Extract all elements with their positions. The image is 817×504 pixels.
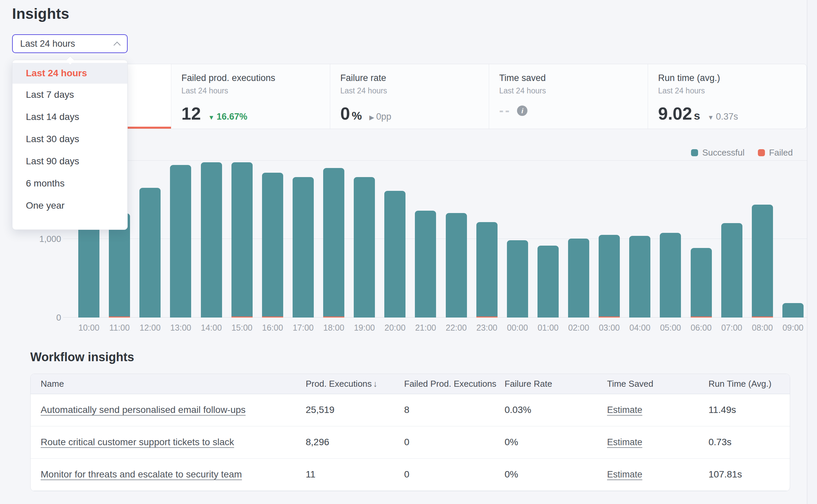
stat-value: 12 — [181, 103, 201, 124]
chart-bar-slot — [717, 160, 747, 318]
stat-cards-row: Failed prod. executions Last 24 hours 12… — [12, 64, 807, 129]
workflow-link[interactable]: Monitor for threats and escalate to secu… — [41, 469, 242, 479]
chart-bar-slot — [318, 160, 349, 318]
chart-bar-slot — [594, 160, 625, 318]
chart-bar — [384, 191, 405, 318]
chart-legend: Successful Failed — [12, 146, 807, 159]
chart-bar-slot — [533, 160, 563, 318]
scrollbar-track[interactable] — [807, 0, 817, 504]
chart-bar — [507, 240, 528, 318]
time-range-selected-value: Last 24 hours — [20, 39, 75, 49]
stat-sublabel: Last 24 hours — [181, 86, 320, 95]
estimate-link[interactable]: Estimate — [607, 469, 642, 479]
x-axis-label: 13:00 — [165, 323, 196, 333]
stat-sublabel: Last 24 hours — [340, 86, 479, 95]
x-axis-label: 18:00 — [318, 323, 349, 333]
chart-plot-area: 1,000 0 — [69, 160, 808, 318]
workflow-link[interactable]: Automatically send personalised email fo… — [41, 405, 246, 415]
legend-item-successful[interactable]: Successful — [691, 148, 744, 158]
chart-bar — [201, 162, 222, 318]
estimate-link[interactable]: Estimate — [607, 405, 642, 415]
chart-bar — [629, 236, 650, 318]
dropdown-option-last-14-days[interactable]: Last 14 days — [12, 106, 127, 128]
chart-bar-slot — [472, 160, 502, 318]
x-axis-label: 08:00 — [747, 323, 778, 333]
chart-bar — [752, 205, 773, 318]
stat-label: Failed prod. executions — [181, 73, 320, 83]
triangle-right-icon: ▶ — [369, 114, 374, 121]
cell-failed-executions: 8 — [404, 394, 505, 426]
stat-value-empty: -- — [499, 103, 511, 118]
stat-value-unit: % — [352, 109, 362, 122]
dropdown-option-one-year[interactable]: One year — [12, 195, 127, 217]
x-axis-label: 01:00 — [533, 323, 563, 333]
info-icon[interactable]: i — [517, 106, 527, 116]
dropdown-option-last-90-days[interactable]: Last 90 days — [12, 150, 127, 172]
stat-card-failed-executions[interactable]: Failed prod. executions Last 24 hours 12… — [171, 64, 330, 129]
stat-card-run-time[interactable]: Run time (avg.) Last 24 hours 9.02 s ▼ 0… — [648, 64, 807, 129]
column-header-failed-executions[interactable]: Failed Prod. Executions — [404, 374, 505, 394]
column-header-prod-executions[interactable]: Prod. Executions↓ — [306, 374, 404, 394]
chart-bar-slot — [380, 160, 410, 318]
stat-card-failure-rate[interactable]: Failure rate Last 24 hours 0 % ▶ 0pp — [330, 64, 489, 129]
cell-prod-executions: 11 — [306, 458, 404, 491]
chevron-up-icon — [114, 41, 121, 48]
legend-label: Successful — [702, 148, 744, 158]
chart-bar — [446, 213, 467, 318]
x-axis-label: 16:00 — [257, 323, 288, 333]
dropdown-option-6-months[interactable]: 6 months — [12, 172, 127, 195]
chart-bar-slot — [686, 160, 717, 318]
stat-delta-text: 0pp — [376, 112, 391, 122]
x-axis-label: 04:00 — [625, 323, 655, 333]
cell-failed-executions: 0 — [404, 458, 505, 491]
stat-sublabel: Last 24 hours — [658, 86, 797, 95]
dropdown-option-last-24-hours[interactable]: Last 24 hours — [12, 63, 127, 84]
time-range-select[interactable]: Last 24 hours — [12, 34, 128, 53]
chart-bars — [74, 160, 808, 318]
table-row: Route critical customer support tickets … — [31, 426, 790, 458]
chart-bar — [78, 214, 99, 318]
dropdown-option-last-30-days[interactable]: Last 30 days — [12, 128, 127, 150]
column-header-time-saved[interactable]: Time Saved — [607, 374, 708, 394]
chart-bar — [323, 168, 344, 318]
workflow-insights-section: Workflow insights Name Prod. Executions↓… — [12, 350, 807, 491]
dropdown-option-last-7-days[interactable]: Last 7 days — [12, 84, 127, 106]
chart-bar-slot — [502, 160, 533, 318]
chart-bar — [568, 239, 589, 318]
stat-card-time-saved[interactable]: Time saved Last 24 hours -- i — [489, 64, 648, 129]
x-axis-label: 05:00 — [655, 323, 686, 333]
legend-item-failed[interactable]: Failed — [758, 148, 793, 158]
chart-bar — [721, 223, 742, 318]
chart-bar-slot — [747, 160, 778, 318]
chart-bar-slot — [257, 160, 288, 318]
y-axis-label: 0 — [56, 312, 61, 323]
stat-sublabel: Last 24 hours — [499, 86, 638, 95]
cell-prod-executions: 8,296 — [306, 426, 404, 458]
column-header-failure-rate[interactable]: Failure Rate — [505, 374, 607, 394]
stat-label: Failure rate — [340, 73, 479, 83]
x-axis-label: 03:00 — [594, 323, 625, 333]
successful-color-chip — [691, 149, 698, 156]
stat-delta: ▼ 0.37s — [707, 112, 738, 122]
chart-bar — [538, 246, 559, 318]
x-axis-label: 17:00 — [288, 323, 318, 333]
chart-bar — [354, 177, 375, 318]
chart-bar-slot — [778, 160, 808, 318]
stat-delta-text: 0.37s — [716, 112, 738, 122]
triangle-down-icon: ▼ — [707, 114, 714, 121]
x-axis-label: 19:00 — [349, 323, 380, 333]
chart-bar — [599, 235, 620, 318]
column-header-name[interactable]: Name — [31, 374, 306, 394]
chart-bar — [476, 222, 498, 318]
chart-bar-slot — [655, 160, 686, 318]
stat-value: 0 — [340, 103, 350, 124]
workflow-link[interactable]: Route critical customer support tickets … — [41, 437, 234, 447]
x-axis-label: 15:00 — [227, 323, 257, 333]
stat-delta: ▶ 0pp — [369, 112, 391, 122]
estimate-link[interactable]: Estimate — [607, 437, 642, 447]
chart-bar-slot — [288, 160, 318, 318]
column-header-run-time[interactable]: Run Time (Avg.) — [708, 374, 790, 394]
cell-run-time: 0.73s — [708, 426, 790, 458]
insights-page: Insights Last 24 hours Failed prod. exec… — [0, 0, 807, 504]
chart-bar-slot — [196, 160, 227, 318]
